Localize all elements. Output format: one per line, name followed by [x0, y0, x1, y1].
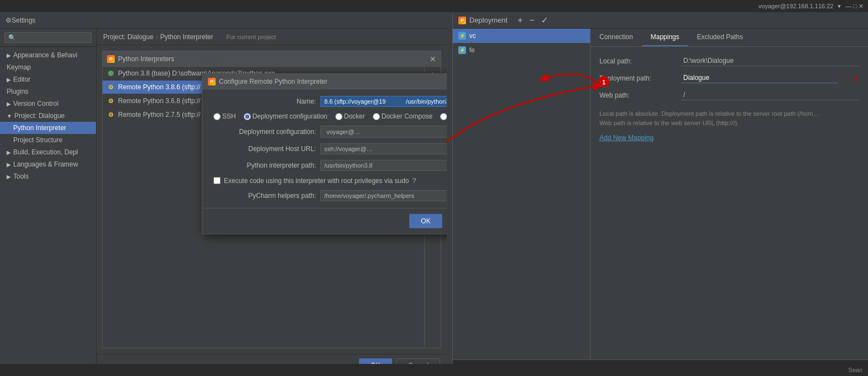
- deployment-host-url-input[interactable]: [320, 143, 447, 154]
- execute-code-checkbox[interactable]: [213, 177, 221, 184]
- settings-icon: ⚙: [6, 17, 12, 24]
- depl-remove-button[interactable]: −: [527, 14, 537, 26]
- status-sean: Sean: [848, 367, 862, 373]
- arrow-icon: ▶: [7, 77, 11, 83]
- window-controls: — □ ✕: [845, 3, 864, 10]
- execute-code-row: Execute code using this interpreter with…: [211, 176, 447, 185]
- interpreters-title-left: P Python Interpreters: [107, 55, 174, 63]
- tab-excluded-paths[interactable]: Excluded Paths: [688, 29, 752, 46]
- dropdown-icon[interactable]: ▾: [838, 3, 841, 10]
- help-icon[interactable]: ?: [412, 176, 416, 185]
- deployment-tabs: Connection Mappings Excluded Paths: [591, 29, 868, 47]
- sidebar-item-project[interactable]: ▼ Project: Dialogue: [0, 110, 96, 122]
- deployment-server-list: ⚡ vc ⚡ fe: [453, 29, 591, 359]
- settings-body: ▶ Appearance & Behavi Keymap ▶ Editor Pl…: [0, 29, 447, 376]
- pycharm-helpers-input[interactable]: [320, 190, 447, 201]
- close-icon[interactable]: ✕: [430, 55, 436, 63]
- status-bar: Sean: [0, 364, 868, 376]
- sidebar-item-project-structure[interactable]: Project Structure: [0, 134, 96, 146]
- configure-dialog-title: P Configure Remote Python Interpreter: [208, 78, 328, 85]
- sidebar-item-label: Appearance & Behavi: [13, 51, 77, 59]
- web-path-input[interactable]: [681, 90, 859, 100]
- server-item-vc[interactable]: ⚡ vc: [453, 29, 590, 43]
- python-path-input[interactable]: [320, 160, 447, 171]
- depl-add-button[interactable]: +: [515, 14, 524, 26]
- radio-vagrant[interactable]: Vagrant: [440, 112, 447, 120]
- name-label: Name:: [211, 98, 316, 105]
- name-input[interactable]: [320, 96, 447, 107]
- deployment-mappings-content: Local path: D:\work\Dialogue Deployment …: [591, 47, 868, 359]
- step1-arrow-indicator: → ①: [845, 74, 859, 82]
- local-path-value: D:\work\Dialogue: [681, 56, 859, 66]
- settings-titlebar: ⚙ Settings: [0, 12, 447, 29]
- deployment-toolbar: + − ✓: [515, 14, 550, 26]
- arrow-icon: ▶: [7, 174, 11, 180]
- sidebar-item-python-interpreter[interactable]: Python Interpreter: [0, 122, 96, 134]
- depl-check-button[interactable]: ✓: [539, 14, 550, 26]
- connection-label: voyager@192.168.1.116:22: [758, 3, 833, 9]
- local-path-row: Local path: D:\work\Dialogue: [599, 56, 859, 66]
- interpreters-window: P Python Interpreters ✕ Python 3.8 (base…: [102, 51, 441, 348]
- pycharm-helpers-row: PyCharm helpers path: 📁: [211, 190, 447, 201]
- sidebar-item-label: Project Structure: [13, 136, 62, 144]
- deployment-path-input[interactable]: [681, 73, 838, 83]
- deployment-path-row: Deployment path: → ①: [599, 73, 859, 83]
- remote-icon: ⚙: [108, 111, 114, 119]
- sidebar-item-label: Editor: [13, 76, 30, 83]
- deployment-path-label: Deployment path:: [599, 74, 677, 82]
- web-path-label: Web path:: [599, 92, 677, 99]
- deployment-right: Connection Mappings Excluded Paths Local…: [591, 29, 868, 359]
- arrow-icon: ▶: [7, 162, 11, 168]
- top-bar-right: voyager@192.168.1.116:22 ▾ — □ ✕: [758, 3, 864, 10]
- sidebar-item-languages[interactable]: ▶ Languages & Framew: [0, 158, 96, 170]
- configure-dialog: P Configure Remote Python Interpreter ✕ …: [202, 73, 447, 234]
- sidebar-item-label: Plugins: [7, 88, 28, 95]
- sidebar-item-label: Tools: [13, 173, 29, 180]
- local-path-label: Local path:: [599, 57, 677, 65]
- local-indicator: [108, 71, 114, 76]
- radio-ssh[interactable]: SSH: [213, 112, 236, 120]
- radio-docker[interactable]: Docker: [335, 112, 365, 120]
- breadcrumb-separator: ›: [156, 33, 158, 41]
- deployment-host-url-row: Deployment Host URL:: [211, 143, 447, 154]
- sidebar-item-tools[interactable]: ▶ Tools: [0, 170, 96, 182]
- deployment-config-row: Deployment configuration: voyager@… … ②: [211, 126, 447, 138]
- configure-dialog-footer: OK Cancel: [202, 208, 447, 234]
- arrow-icon: ▼: [7, 113, 12, 119]
- pycharm-logo-icon: P: [107, 55, 115, 63]
- sidebar-item-label: Version Control: [13, 100, 58, 108]
- add-new-mapping-button[interactable]: Add New Mapping: [599, 134, 859, 142]
- python-path-row: Python interpreter path: 📁: [211, 160, 447, 171]
- deployment-config-select[interactable]: voyager@…: [320, 126, 447, 138]
- radio-docker-compose[interactable]: Docker Compose: [373, 112, 433, 120]
- pycharm-helpers-label: PyCharm helpers path:: [211, 192, 316, 200]
- sidebar-search-input[interactable]: [4, 32, 92, 43]
- tab-connection[interactable]: Connection: [591, 29, 642, 46]
- deployment-panel: P Deployment + − ✓ ⚡ vc ⚡ fe Connection …: [452, 12, 868, 376]
- tab-mappings[interactable]: Mappings: [642, 29, 688, 46]
- server-label: fe: [469, 46, 475, 54]
- configure-dialog-titlebar: P Configure Remote Python Interpreter ✕: [202, 74, 447, 89]
- configure-dialog-title-text: Configure Remote Python Interpreter: [219, 78, 328, 85]
- breadcrumb-project: Project: Dialogue: [103, 33, 153, 41]
- execute-code-label: Execute code using this interpreter with…: [224, 177, 409, 185]
- configure-dialog-ok-button[interactable]: OK: [409, 214, 442, 228]
- deployment-body: ⚡ vc ⚡ fe Connection Mappings Excluded P…: [453, 29, 868, 359]
- sidebar-item-vcs[interactable]: ▶ Version Control: [0, 98, 96, 110]
- server-icon: ⚡: [458, 32, 466, 40]
- server-item-fe[interactable]: ⚡ fe: [453, 43, 590, 57]
- sidebar-item-keymap[interactable]: Keymap: [0, 61, 96, 73]
- sidebar-item-appearance[interactable]: ▶ Appearance & Behavi: [0, 49, 96, 61]
- sidebar-item-build[interactable]: ▶ Build, Execution, Depl: [0, 146, 96, 158]
- interpreters-title: Python Interpreters: [118, 55, 174, 63]
- sidebar-item-plugins[interactable]: Plugins: [0, 85, 96, 98]
- configure-dialog-body: Name: SSH Deployment configuration: [202, 89, 447, 208]
- python-path-label: Python interpreter path:: [211, 162, 316, 169]
- breadcrumb-page: Python Interpreter: [160, 33, 213, 41]
- name-row: Name:: [211, 96, 447, 107]
- sidebar-item-label: Build, Execution, Depl: [13, 148, 78, 156]
- sidebar-item-editor[interactable]: ▶ Editor: [0, 73, 96, 85]
- settings-sidebar: ▶ Appearance & Behavi Keymap ▶ Editor Pl…: [0, 29, 97, 376]
- remote-icon: ⚙: [108, 84, 114, 91]
- radio-deployment[interactable]: Deployment configuration: [244, 112, 328, 120]
